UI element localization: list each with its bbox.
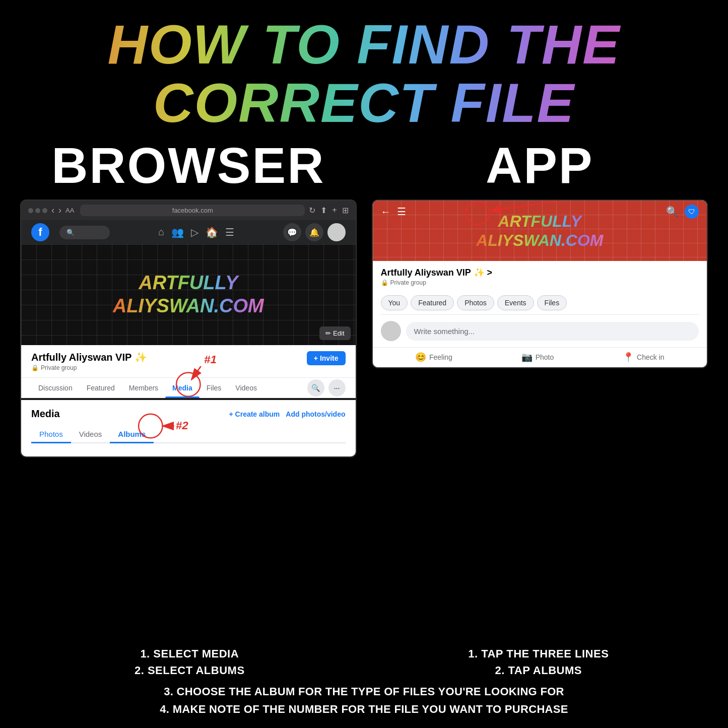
- app-tab-events[interactable]: Events: [497, 295, 534, 310]
- home-icon[interactable]: ⌂: [158, 226, 164, 238]
- url-bar[interactable]: facebook.com: [80, 205, 305, 216]
- app-screenshot: ← ☰ 🔍 🛡 ARTFULLY ALIYSWAN.COM: [372, 200, 708, 368]
- browser-heading: BROWSER: [51, 137, 325, 194]
- tab-videos[interactable]: Videos: [228, 378, 264, 398]
- app-tab-featured[interactable]: Featured: [411, 295, 454, 310]
- forward-icon[interactable]: ›: [58, 205, 61, 216]
- tab-discussion[interactable]: Discussion: [31, 378, 80, 398]
- app-mockup: ← ☰ 🔍 🛡 ARTFULLY ALIYSWAN.COM: [372, 200, 708, 368]
- lock-icon: 🔒: [31, 364, 39, 371]
- menu-icon[interactable]: ☰: [225, 226, 234, 238]
- app-search-icon[interactable]: 🔍: [666, 206, 679, 218]
- browser-dots: [28, 208, 47, 213]
- tab-featured[interactable]: Featured: [80, 378, 122, 398]
- app-photo-action[interactable]: 📷 Photo: [521, 352, 554, 363]
- app-shield-icon[interactable]: 🛡: [685, 205, 699, 219]
- search-tab-icon[interactable]: 🔍: [307, 379, 324, 396]
- app-tab-files[interactable]: Files: [537, 295, 567, 310]
- checkin-icon: 📍: [623, 352, 634, 363]
- app-column: APP ← ☰ 🔍 🛡: [372, 137, 708, 630]
- create-album-link[interactable]: + Create album: [229, 410, 280, 418]
- app-heading: APP: [486, 137, 594, 194]
- group-name: Artfully Aliyswan VIP ✨: [31, 351, 147, 363]
- browser-mockup: ‹ › AA facebook.com ↻ ⬆ + ⊞ f: [20, 200, 357, 457]
- fb-nav-icons: ⌂ 👥 ▷ 🏠 ☰: [120, 226, 273, 238]
- app-private-badge: 🔒 Private group: [381, 279, 699, 286]
- edit-button[interactable]: ✏ Edit: [319, 326, 350, 340]
- feeling-icon: 😊: [415, 352, 426, 363]
- share-icon[interactable]: ⬆: [320, 206, 327, 215]
- app-header: ← ☰ 🔍 🛡 ARTFULLY ALIYSWAN.COM: [373, 201, 707, 261]
- add-photos-link[interactable]: Add photos/video: [286, 410, 345, 418]
- app-cover-title: ARTFULLY ALIYSWAN.COM: [476, 212, 603, 250]
- dot-1: [28, 208, 33, 213]
- hamburger-menu-icon[interactable]: ☰: [397, 206, 406, 218]
- notifications-icon[interactable]: 🔔: [305, 223, 323, 241]
- app-checkin-action[interactable]: 📍 Check in: [623, 352, 664, 363]
- media-sub-tabs: Photos Videos Albums: [31, 426, 346, 443]
- app-instructions: 1. TAP THE THREE LINES 2. TAP ALBUMS: [369, 645, 708, 679]
- media-header: Media + Create album Add photos/video: [31, 408, 346, 420]
- main-container: HOW TO FIND THE CORRECT FILE BROWSER ‹: [0, 0, 728, 728]
- back-arrow-icon[interactable]: ←: [381, 206, 391, 218]
- tab-icons: 🔍 ···: [307, 379, 346, 396]
- app-post-area: Write something...: [373, 315, 707, 348]
- app-user-avatar: [381, 321, 401, 341]
- tab-files[interactable]: Files: [200, 378, 229, 398]
- bottom-instructions: 3. CHOOSE THE ALBUM FOR THE TYPE OF FILE…: [20, 683, 708, 718]
- messenger-icon[interactable]: 💬: [283, 223, 301, 241]
- friends-icon[interactable]: 👥: [171, 226, 184, 238]
- app-post-input[interactable]: Write something...: [406, 322, 699, 341]
- browser-action-icons: ↻ ⬆ + ⊞: [309, 206, 348, 215]
- app-tab-you[interactable]: You: [381, 295, 408, 310]
- browser-instructions: 1. SELECT MEDIA 2. SELECT ALBUMS: [20, 645, 359, 679]
- browser-steps-text: 1. SELECT MEDIA 2. SELECT ALBUMS: [20, 645, 359, 679]
- fb-logo: f: [31, 223, 49, 241]
- watch-icon[interactable]: ▷: [191, 226, 198, 238]
- app-lock-icon: 🔒: [381, 279, 388, 286]
- fb-nav: f 🔍 ⌂ 👥 ▷ 🏠 ☰ 💬 🔔: [21, 220, 356, 244]
- fb-cover: ARTFULLY ALIYSWAN.COM ✏ Edit: [21, 244, 356, 345]
- back-icon[interactable]: ‹: [51, 205, 54, 216]
- media-section: Media + Create album Add photos/video Ph…: [21, 400, 356, 456]
- app-group-info: Artfully Aliyswan VIP ✨ > 🔒 Private grou…: [373, 261, 707, 315]
- media-title: Media: [31, 408, 60, 420]
- media-tab-photos[interactable]: Photos: [31, 426, 71, 442]
- tab-media[interactable]: Media: [165, 378, 200, 398]
- profile-avatar[interactable]: [327, 223, 346, 241]
- tab-members[interactable]: Members: [122, 378, 165, 398]
- reader-icon[interactable]: AA: [65, 207, 74, 214]
- media-tab-albums[interactable]: Albums: [110, 426, 154, 442]
- columns-row: BROWSER ‹ › AA facebook.com: [20, 137, 708, 630]
- main-title: HOW TO FIND THE CORRECT FILE: [20, 15, 708, 131]
- browser-column: BROWSER ‹ › AA facebook.com: [20, 137, 357, 630]
- fb-group-info: Artfully Aliyswan VIP ✨ 🔒 Private group …: [21, 345, 356, 377]
- title-row: HOW TO FIND THE CORRECT FILE: [20, 15, 708, 131]
- more-tab-icon[interactable]: ···: [328, 379, 346, 396]
- instructions-row: 1. SELECT MEDIA 2. SELECT ALBUMS 1. TAP …: [20, 645, 708, 679]
- app-feeling-action[interactable]: 😊 Feeling: [415, 352, 452, 363]
- bottom-steps-text: 3. CHOOSE THE ALBUM FOR THE TYPE OF FILE…: [20, 683, 708, 718]
- app-tabs: You Featured Photos Events Files: [381, 291, 699, 315]
- browser-screenshot: ‹ › AA facebook.com ↻ ⬆ + ⊞ f: [20, 200, 357, 457]
- fb-nav-right: 💬 🔔: [283, 223, 346, 241]
- media-actions: + Create album Add photos/video: [229, 410, 346, 418]
- app-tab-photos[interactable]: Photos: [457, 295, 494, 310]
- photo-icon: 📷: [521, 352, 533, 363]
- tabs-icon[interactable]: ⊞: [342, 206, 349, 215]
- app-post-actions: 😊 Feeling 📷 Photo 📍 Check in: [373, 348, 707, 367]
- plus-icon[interactable]: +: [332, 206, 337, 215]
- app-steps-text: 1. TAP THE THREE LINES 2. TAP ALBUMS: [369, 645, 708, 679]
- cover-title: ARTFULLY ALIYSWAN.COM: [113, 272, 264, 317]
- fb-search-bar[interactable]: 🔍: [59, 226, 110, 239]
- app-group-name: Artfully Aliyswan VIP ✨ >: [381, 267, 699, 278]
- invite-button[interactable]: + Invite: [307, 351, 346, 365]
- dot-2: [35, 208, 40, 213]
- fb-group-tabs: Discussion Featured Members Media Files …: [21, 377, 356, 398]
- media-tab-videos[interactable]: Videos: [71, 426, 110, 442]
- dot-3: [42, 208, 47, 213]
- reload-icon[interactable]: ↻: [309, 206, 315, 215]
- private-badge: 🔒 Private group: [31, 364, 147, 371]
- browser-bar: ‹ › AA facebook.com ↻ ⬆ + ⊞: [21, 201, 356, 220]
- marketplace-icon[interactable]: 🏠: [206, 226, 218, 238]
